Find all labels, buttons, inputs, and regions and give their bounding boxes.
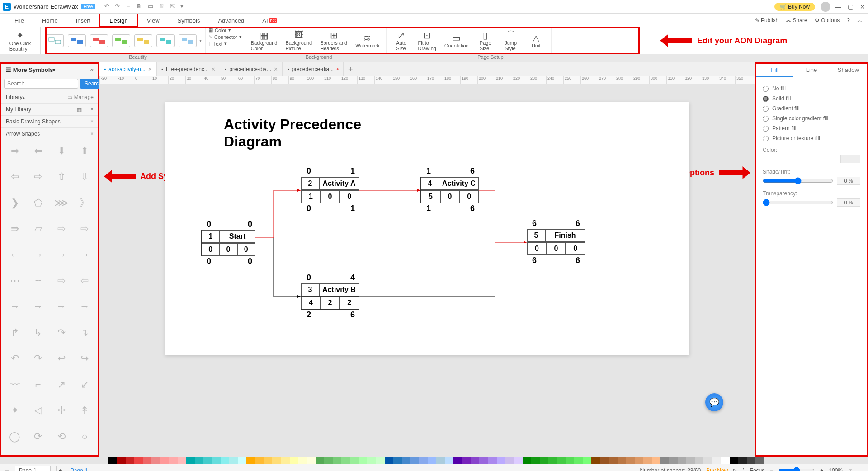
north-shape[interactable]: ↟ xyxy=(74,402,96,419)
theme-style-7[interactable] xyxy=(179,34,197,47)
theme-style-3[interactable] xyxy=(90,34,108,47)
pentagon-shape[interactable]: ⬠ xyxy=(28,195,49,211)
corner2-shape[interactable]: ↗ xyxy=(51,377,72,393)
new-icon[interactable]: ＋ xyxy=(125,3,131,11)
fullscreen-icon[interactable]: ⛶ xyxy=(858,467,863,471)
tab-fill[interactable]: Fill xyxy=(756,64,793,77)
uturn2-shape[interactable]: ↪ xyxy=(74,350,96,367)
zoom-out-icon[interactable]: − xyxy=(770,467,773,471)
library-row[interactable]: Library ▴ ▭ Manage xyxy=(1,91,98,104)
circle3-shape[interactable]: ⟲ xyxy=(51,429,72,445)
arrow-up-shape[interactable]: ⬆ xyxy=(74,143,96,159)
double-chevron-shape[interactable]: 》 xyxy=(74,195,96,211)
auto-size-button[interactable]: ⤢Auto Size xyxy=(390,29,413,52)
node-activity-a[interactable]: 2 Activity A 1 0 0 xyxy=(301,177,359,203)
thin-arrow1-shape[interactable]: → xyxy=(4,298,26,315)
redo-icon[interactable]: ↷ xyxy=(115,3,120,11)
opt-picture-fill[interactable]: Picture or texture fill xyxy=(763,135,860,141)
symbol-search-input[interactable] xyxy=(4,79,78,89)
opt-solid-fill[interactable]: Solid fill xyxy=(763,95,860,102)
close-basic-icon[interactable]: × xyxy=(90,118,94,125)
theme-style-2[interactable] xyxy=(68,34,86,47)
add-page-button[interactable]: + xyxy=(56,466,65,471)
curve-right-shape[interactable]: ↷ xyxy=(51,325,72,341)
theme-style-5[interactable] xyxy=(134,34,152,47)
save-icon[interactable]: 🗎 xyxy=(137,3,142,11)
bent-right-shape[interactable]: ↳ xyxy=(28,325,49,341)
thin-right3-shape[interactable]: → xyxy=(74,247,96,263)
fit-page-icon[interactable]: ⊡ xyxy=(848,467,853,471)
doc-tab-4[interactable]: ▪precedence-dia...• xyxy=(283,62,344,76)
basic-shapes-row[interactable]: Basic Drawing Shapes × xyxy=(1,116,98,128)
node-start[interactable]: 1 Start 0 0 0 xyxy=(201,230,255,256)
options-button[interactable]: ⚙ Options xyxy=(815,17,840,24)
corner-shape[interactable]: ⌐ xyxy=(28,377,49,393)
doc-tab-1[interactable]: ▪aon-activity-n...× xyxy=(99,62,157,76)
arrow-right2-shape[interactable]: ⇨ xyxy=(28,169,49,185)
presentation-icon[interactable]: ▷ xyxy=(733,467,737,471)
tab-insert[interactable]: Insert xyxy=(67,14,100,27)
collapse-ribbon-icon[interactable]: ︿ xyxy=(857,17,863,24)
arrow-shapes-row[interactable]: Arrow Shapes × xyxy=(1,128,98,140)
curve2-shape[interactable]: ↷ xyxy=(28,350,49,367)
close-tab-icon[interactable]: × xyxy=(212,66,215,73)
opt-single-gradient[interactable]: Single color gradient fill xyxy=(763,115,860,122)
thin-right-shape[interactable]: → xyxy=(28,247,49,263)
theme-style-6[interactable] xyxy=(156,34,175,47)
arrow-up2-shape[interactable]: ⇧ xyxy=(51,169,72,185)
dotted-shape[interactable]: ⋯ xyxy=(4,273,26,289)
manage-link[interactable]: ▭ Manage xyxy=(67,94,94,100)
help-icon[interactable]: ? xyxy=(847,17,850,24)
user-avatar[interactable] xyxy=(821,2,830,12)
doc-tab-3[interactable]: ▪precedence-dia...× xyxy=(220,62,283,76)
node-activity-c[interactable]: 4 Activity C 5 0 0 xyxy=(420,177,479,203)
tab-shadow[interactable]: Shadow xyxy=(830,64,867,77)
color-swatch[interactable] xyxy=(840,155,860,163)
focus-mode[interactable]: ⛶ Focus xyxy=(743,467,764,471)
chevron-shape[interactable]: ❯ xyxy=(4,195,26,211)
unit-button[interactable]: △Unit xyxy=(525,32,547,49)
thin-left-shape[interactable]: ← xyxy=(4,247,26,263)
opt-pattern-fill[interactable]: Pattern fill xyxy=(763,125,860,132)
curve-down-shape[interactable]: ↴ xyxy=(74,325,96,341)
arrow-down2-shape[interactable]: ⇩ xyxy=(74,169,96,185)
buy-status-link[interactable]: Buy Now xyxy=(706,467,728,471)
theme-more-icon[interactable]: ▾ xyxy=(199,38,202,43)
add-icon[interactable]: + xyxy=(85,106,88,113)
open-icon[interactable]: ▭ xyxy=(148,3,153,11)
arrow-right-shape[interactable]: ➡ xyxy=(4,143,26,159)
cross-arrows-shape[interactable]: ✢ xyxy=(51,402,72,419)
tab-symbols[interactable]: Symbols xyxy=(169,14,209,27)
close-tab-icon[interactable]: × xyxy=(148,66,152,73)
tab-ai[interactable]: AIhot xyxy=(253,14,286,27)
shade-slider[interactable] xyxy=(763,177,833,184)
background-picture-button[interactable]: 🖼Background Picture xyxy=(283,29,315,52)
jump-style-button[interactable]: ⌒Jump Style xyxy=(500,29,522,52)
buy-now-button[interactable]: 🛒 Buy Now xyxy=(774,3,815,11)
qat-more-icon[interactable]: ▾ xyxy=(180,3,184,11)
opt-gradient-fill[interactable]: Gradient fill xyxy=(763,105,860,112)
color-bar[interactable] xyxy=(0,457,868,464)
arrow-left-shape[interactable]: ⬅ xyxy=(28,143,49,159)
triple-arrow-shape[interactable]: ⋙ xyxy=(51,195,72,211)
transparency-slider[interactable] xyxy=(763,199,833,206)
print-icon[interactable]: 🖶 xyxy=(159,3,165,11)
tab-design[interactable]: Design xyxy=(99,14,137,27)
close-tab-icon[interactable]: × xyxy=(274,66,278,73)
bent-up-shape[interactable]: ↱ xyxy=(4,325,26,341)
my-library-row[interactable]: My Library ▦+× xyxy=(1,104,98,116)
publish-button[interactable]: ✎ Publish xyxy=(755,17,779,24)
dashed-shape[interactable]: ╌ xyxy=(28,273,49,289)
collapse-panel-icon[interactable]: « xyxy=(90,66,94,73)
circle1-shape[interactable]: ◯ xyxy=(4,429,26,445)
one-click-beautify[interactable]: ✦ One Click Beautify xyxy=(0,27,41,54)
swoosh-shape[interactable]: 〰 xyxy=(4,377,26,393)
orientation-button[interactable]: ▭Orientation xyxy=(442,32,472,49)
uturn-shape[interactable]: ↩ xyxy=(51,350,72,367)
block-arrow-shape[interactable]: ▱ xyxy=(28,221,49,237)
share-button[interactable]: ⫘ Share xyxy=(786,17,807,24)
arrow-down-shape[interactable]: ⬇ xyxy=(51,143,72,159)
maximize-icon[interactable]: ▢ xyxy=(848,3,854,10)
background-color-button[interactable]: ▦Background Color xyxy=(248,29,280,52)
corner3-shape[interactable]: ↙ xyxy=(74,377,96,393)
